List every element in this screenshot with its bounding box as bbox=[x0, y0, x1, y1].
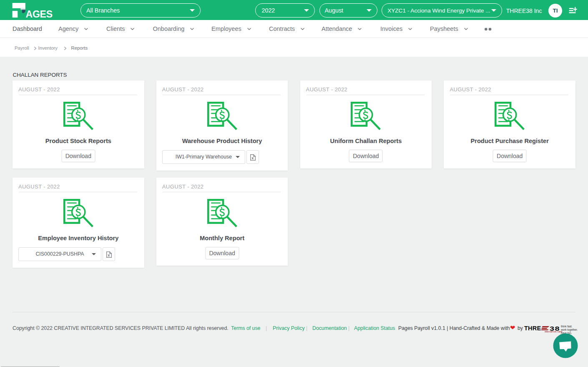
svg-text:x: x bbox=[108, 253, 110, 257]
svg-text:x: x bbox=[251, 156, 254, 160]
